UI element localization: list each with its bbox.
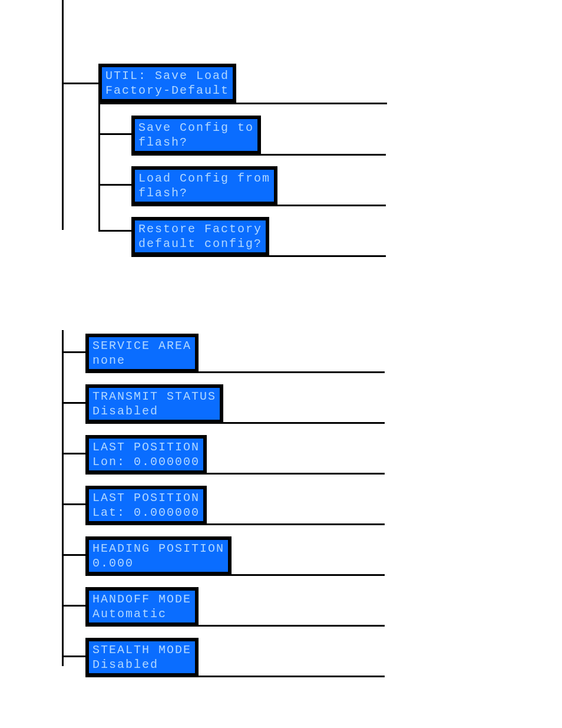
lcd-display: Load Config from flash?	[131, 166, 277, 205]
save-config-node[interactable]: Save Config to flash?	[131, 116, 261, 154]
lcd-display: STEALTH MODE Disabled	[85, 638, 199, 677]
service-area-node[interactable]: SERVICE AREA none	[85, 334, 199, 373]
lcd-display: HANDOFF MODE Automatic	[85, 587, 199, 626]
lcd-display: LAST POSITION Lat: 0.000000	[85, 486, 207, 525]
last-position-lon-node[interactable]: LAST POSITION Lon: 0.000000	[85, 435, 207, 474]
lcd-display: LAST POSITION Lon: 0.000000	[85, 435, 207, 474]
underline	[85, 523, 385, 525]
transmit-status-node[interactable]: TRANSMIT STATUS Disabled	[85, 384, 223, 423]
util-root-node[interactable]: UTIL: Save Load Factory-Default	[98, 64, 236, 103]
stealth-mode-node[interactable]: STEALTH MODE Disabled	[85, 638, 199, 677]
connector	[62, 605, 85, 607]
underline	[131, 205, 386, 206]
connector	[98, 133, 131, 135]
underline	[85, 574, 385, 576]
lcd-display: Save Config to flash?	[131, 116, 261, 154]
tree-trunk	[62, 0, 64, 230]
underline	[131, 255, 386, 257]
connector	[98, 230, 131, 232]
sub-trunk	[98, 83, 100, 230]
lcd-display: UTIL: Save Load Factory-Default	[98, 64, 236, 103]
tree-trunk	[62, 330, 64, 666]
underline	[131, 154, 386, 156]
handoff-mode-node[interactable]: HANDOFF MODE Automatic	[85, 587, 199, 626]
underline	[85, 676, 385, 677]
connector	[62, 503, 85, 505]
underline	[85, 422, 385, 424]
connector	[62, 554, 85, 556]
underline	[85, 625, 385, 627]
connector	[62, 351, 85, 353]
connector	[62, 402, 85, 404]
last-position-lat-node[interactable]: LAST POSITION Lat: 0.000000	[85, 486, 207, 525]
lcd-display: HEADING POSITION 0.000	[85, 536, 232, 575]
lcd-display: TRANSMIT STATUS Disabled	[85, 384, 223, 423]
lcd-display: Restore Factory default config?	[131, 217, 269, 256]
heading-position-node[interactable]: HEADING POSITION 0.000	[85, 536, 232, 575]
underline	[85, 473, 385, 475]
connector	[98, 184, 131, 186]
connector	[62, 453, 85, 454]
connector	[62, 83, 98, 84]
load-config-node[interactable]: Load Config from flash?	[131, 166, 277, 205]
underline	[98, 103, 387, 104]
connector	[62, 655, 85, 657]
lcd-display: SERVICE AREA none	[85, 334, 199, 373]
restore-factory-node[interactable]: Restore Factory default config?	[131, 217, 269, 256]
underline	[85, 371, 385, 373]
